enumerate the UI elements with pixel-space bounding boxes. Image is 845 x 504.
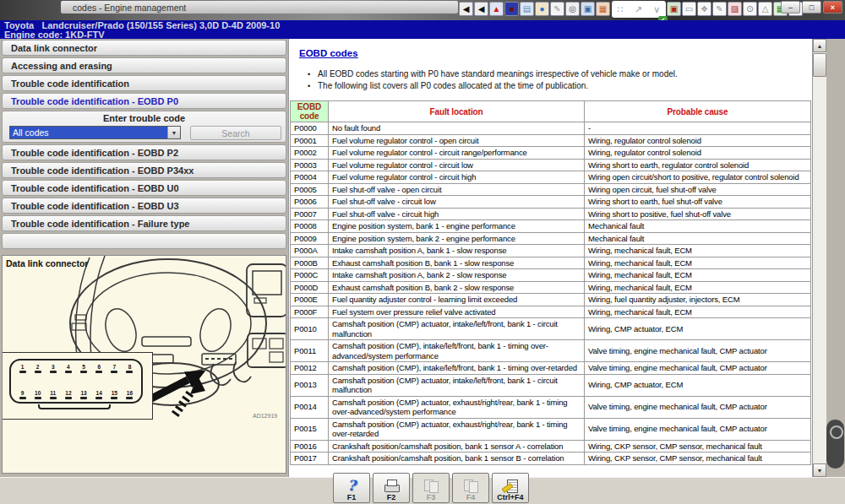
- cause-cell: Wiring, mechanical fault, ECM: [585, 269, 811, 282]
- close-module-button[interactable]: Ctrl+F4: [492, 473, 529, 503]
- code-cell: P0013: [291, 374, 329, 396]
- toolbar: ◀◀▲■▤●✎◎▣▦ ∷ ↗ ∨ ✔ ▣▭❖✎▨⊙△▦◫: [459, 2, 804, 18]
- landscape-icon[interactable]: ▦: [596, 2, 610, 16]
- cause-cell: Wiring, mechanical fault, ECM: [585, 257, 811, 269]
- fault-cell: Fuel shut-off valve - open circuit: [329, 183, 585, 196]
- print-button[interactable]: F2: [373, 473, 410, 503]
- chevron-down-icon[interactable]: ∨: [653, 4, 660, 15]
- cause-cell: Wiring open circuit, fuel shut-off valve: [585, 183, 811, 196]
- code-cell: P0011: [291, 340, 329, 362]
- vehicle-header: Toyota Landcruiser/Prado (150/155 Series…: [0, 20, 845, 39]
- code-cell: P000D: [291, 281, 329, 294]
- cause-cell: Wiring, mechanical fault, ECM: [585, 245, 811, 257]
- minimize-button[interactable]: –: [781, 1, 800, 14]
- table-row: P000EFuel quantity adjuster control - le…: [291, 294, 811, 306]
- connector-base: [38, 404, 111, 409]
- cause-cell: Valve timing, engine mechanical fault, C…: [585, 418, 811, 440]
- engine-management-icon[interactable]: ■: [504, 2, 519, 16]
- table-row: P0017Crankshaft position/camshaft positi…: [291, 453, 811, 465]
- code-filter-dropdown[interactable]: All codes ▼: [9, 126, 181, 139]
- sidebar-item-trouble-code-identification-eobd-p0[interactable]: Trouble code identification - EOBD P0: [2, 93, 286, 109]
- connector-pin-13: 13: [79, 390, 90, 399]
- function-key-label: F1: [347, 493, 357, 501]
- hazard-icon[interactable]: △: [758, 2, 772, 16]
- cause-cell: Wiring, fuel quantity adjuster, injector…: [585, 294, 811, 306]
- fault-cell: Fuel volume regulator control - circuit …: [329, 159, 585, 171]
- sidebar-item-trouble-code-identification-eobd-u3[interactable]: Trouble code identification - EOBD U3: [2, 198, 286, 214]
- help-button[interactable]: ?F1: [333, 473, 370, 503]
- fault-cell: Camshaft position (CMP), intake/left/fro…: [329, 340, 585, 362]
- connector-pin-9: 9: [17, 390, 28, 399]
- gauge-icon[interactable]: ◎: [565, 2, 580, 16]
- eobd-table-body: P0000No fault found-P0001Fuel volume reg…: [291, 122, 811, 465]
- technician-icon[interactable]: ▣: [581, 2, 595, 16]
- globe-icon[interactable]: ●: [535, 2, 549, 16]
- dropdown-selected-value[interactable]: All codes: [10, 127, 167, 138]
- eobd-codes-table: EOBD code Fault location Probable cause …: [290, 100, 811, 465]
- notes-panel-icon[interactable]: ▭: [682, 2, 696, 16]
- bullet-text: All EOBD codes starting with P0 have sta…: [318, 68, 678, 80]
- search-button[interactable]: Search: [190, 126, 281, 140]
- cause-cell: Wiring, CKP sensor, CMP sensor, mechanic…: [585, 440, 811, 453]
- function-key-label: F4: [466, 493, 476, 501]
- connector-callout: 12345678 910111213141516: [3, 352, 153, 420]
- scrollbar-down-button[interactable]: ▼: [813, 463, 826, 477]
- fault-cell: Camshaft position (CMP) actuator, intake…: [329, 318, 585, 340]
- sidebar: Data link connectorAccessing and erasing…: [2, 40, 286, 251]
- connector-pin-6: 6: [94, 364, 105, 373]
- fault-cell: Crankshaft position/camshaft position, b…: [329, 453, 585, 465]
- function-key-label: F3: [427, 493, 436, 501]
- technical-drawing-icon[interactable]: ▤: [520, 2, 534, 16]
- pencil-icon[interactable]: ✎: [550, 2, 564, 16]
- sidebar-item-trouble-code-identification-eobd-p2[interactable]: Trouble code identification - EOBD P2: [2, 144, 286, 160]
- code-cell: P0007: [291, 208, 329, 220]
- table-row: P0003Fuel volume regulator control - cir…: [291, 159, 811, 171]
- scrollbar-thumb[interactable]: [813, 53, 826, 77]
- table-row: P000FFuel system over pressure relief va…: [291, 306, 811, 318]
- header-probable-cause: Probable cause: [585, 101, 811, 122]
- sidebar-item-trouble-code-identification-eobd-u0[interactable]: Trouble code identification - EOBD U0: [2, 180, 286, 196]
- go-first-icon[interactable]: ◀: [459, 2, 473, 16]
- sidebar-item-trouble-code-identification-failure-type[interactable]: Trouble code identification - Failure ty…: [2, 215, 286, 231]
- table-row: P0009Engine position system, bank 2 - en…: [291, 232, 811, 245]
- microphone-icon[interactable]: ⊙: [743, 2, 757, 16]
- table-row: P000DExhaust camshaft position B, bank 2…: [291, 281, 811, 294]
- vertical-scrollbar[interactable]: ▲ ▼: [812, 39, 826, 477]
- table-row: P000CIntake camshaft position A, bank 2 …: [291, 269, 811, 282]
- maximize-button[interactable]: □: [802, 1, 821, 14]
- dropdown-arrow-icon[interactable]: ▼: [167, 127, 180, 138]
- code-cell: P000C: [291, 269, 329, 282]
- service-pen-icon[interactable]: ✎: [712, 2, 727, 16]
- warning-triangle-icon[interactable]: ▲: [489, 2, 504, 16]
- table-row: P0012Camshaft position (CMP), intake/lef…: [291, 362, 811, 375]
- viewer-overlay[interactable]: ∷ ↗ ∨ ✔: [612, 1, 666, 18]
- sidebar-item-accessing-and-erasing[interactable]: Accessing and erasing: [2, 57, 286, 73]
- main-content: EOBD codes •All EOBD codes starting with…: [288, 39, 812, 477]
- bullet-text: The following list covers all P0 codes a…: [318, 80, 588, 92]
- sidebar-item-data-link-connector[interactable]: Data link connector: [2, 40, 286, 56]
- expand-icon[interactable]: ↗: [635, 4, 642, 15]
- code-cell: P0017: [291, 453, 329, 465]
- connector-pin-4: 4: [63, 364, 74, 373]
- function-key-toolbar: ?F1F2F3F4Ctrl+F4: [333, 473, 532, 503]
- go-back-icon[interactable]: ◀: [474, 2, 488, 16]
- table-row: P0011Camshaft position (CMP), intake/lef…: [291, 340, 811, 362]
- grid-icon[interactable]: ∷: [618, 4, 624, 15]
- fault-cell: Camshaft position (CMP) actuator, exhaus…: [329, 418, 585, 440]
- close-button[interactable]: ×: [823, 1, 842, 14]
- fault-cell: Crankshaft position/camshaft position, b…: [329, 440, 585, 453]
- code-cell: P0015: [291, 418, 329, 440]
- cause-cell: Valve timing, engine mechanical fault, C…: [585, 362, 811, 375]
- scrollbar-up-button[interactable]: ▲: [813, 39, 826, 52]
- help-icon: ?: [347, 478, 356, 493]
- cause-cell: Wiring, mechanical fault, ECM: [585, 281, 811, 294]
- sidebar-item-trouble-code-identification[interactable]: Trouble code identification: [2, 75, 286, 91]
- paint-codes-icon[interactable]: ▨: [728, 2, 742, 16]
- vehicle-data-icon[interactable]: ▣: [667, 2, 681, 16]
- prev-graphic-button: F3: [412, 473, 450, 503]
- repair-times-icon[interactable]: ❖: [697, 2, 711, 16]
- cause-cell: Wiring short to positive, fuel shut-off …: [585, 208, 811, 220]
- sidebar-item-trouble-code-identification-eobd-p34xx[interactable]: Trouble code identification - EOBD P34xx: [2, 162, 286, 178]
- connector-pin-3: 3: [47, 364, 58, 373]
- cause-cell: Wiring short to earth, regulator control…: [585, 159, 811, 171]
